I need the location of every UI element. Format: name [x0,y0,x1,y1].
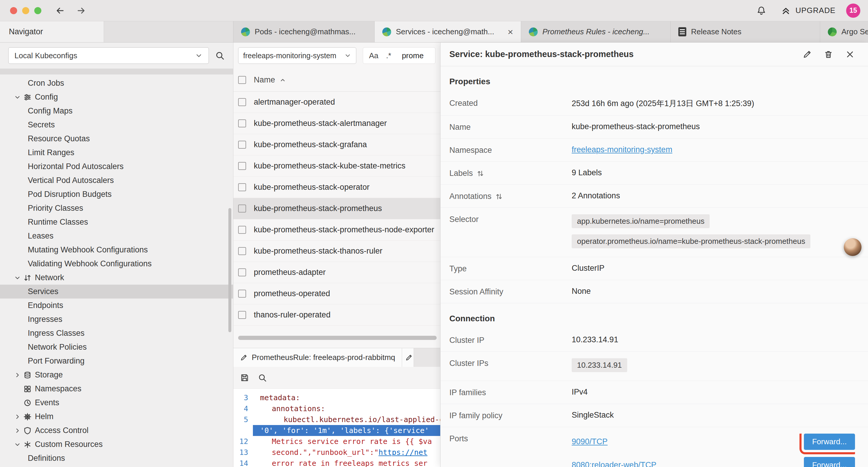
search-icon[interactable] [215,51,225,61]
tab-pods-icecheng-mathmas[interactable]: Pods - icecheng@mathmas... [234,21,375,42]
table-row-kube-prometheus-stack-operator[interactable]: kube-prometheus-stack-operator [234,177,440,198]
sidebar-item-custom-resources[interactable]: Custom Resources [0,437,233,451]
sidebar-item-namespaces[interactable]: Namespaces [0,382,233,396]
avatar[interactable] [844,238,862,256]
sidebar-item-services[interactable]: Services [0,285,233,298]
sidebar-scrollbar[interactable] [228,208,231,332]
sidebar-item-horizontal-pod-autoscalers[interactable]: Horizontal Pod Autoscalers [0,159,233,174]
notifications-bell-icon[interactable] [756,6,766,16]
sidebar-item-network[interactable]: Network [0,271,233,285]
tab-release-notes[interactable]: Release Notes [671,21,820,42]
navigator-tab[interactable]: Navigator [0,21,104,42]
sidebar-item-endpoints[interactable]: Endpoints [0,298,233,313]
yaml-editor[interactable]: 3metadata:4annotations:5kubectl.kubernet… [234,389,440,467]
editor-line[interactable]: '0', 'for': '1m', 'labels': {'service' [234,425,440,436]
sort-updown-icon[interactable] [495,193,503,200]
sidebar-item-secrets[interactable]: Secrets [0,118,233,132]
port-link[interactable]: 9090/TCP [572,437,608,446]
dock-tab-prometheusrule[interactable]: PrometheusRule: freeleaps-prod-rabbitmq [234,348,402,367]
sidebar-item-definitions[interactable]: Definitions [0,451,233,465]
sidebar-item-limit-ranges[interactable]: Limit Ranges [0,146,233,159]
row-checkbox[interactable] [238,268,246,276]
sort-ascending-icon[interactable] [279,77,286,84]
chevron-down-icon[interactable] [12,441,23,448]
table-row-prometheus-operated[interactable]: prometheus-operated [234,283,440,304]
search-input[interactable]: Aa .* prome [363,47,435,64]
regex-toggle[interactable]: .* [386,51,391,60]
sidebar-item-events[interactable]: Events [0,396,233,410]
forward-nav-button[interactable] [76,6,86,16]
tab-argo-se[interactable]: Argo Se [820,21,868,42]
sidebar-item-leases[interactable]: Leases [0,229,233,243]
maximize-window-button[interactable] [34,7,41,14]
sidebar-item-config-maps[interactable]: Config Maps [0,104,233,118]
sidebar-item-helm[interactable]: Helm [0,410,233,424]
dock-tab-partial[interactable] [402,348,414,367]
editor-search-icon[interactable] [258,373,267,382]
detail-label[interactable]: Labels [450,168,572,178]
editor-line[interactable]: 14error rate in freeleaps metrics ser [234,458,440,467]
save-icon[interactable] [240,373,249,382]
table-row-kube-prometheus-stack-prometheus-node-exporter[interactable]: kube-prometheus-stack-prometheus-node-ex… [234,219,440,241]
chevron-right-icon[interactable] [12,372,23,379]
chevron-down-icon[interactable] [12,94,23,101]
delete-trash-icon[interactable] [824,50,833,59]
sidebar-item-pod-disruption-budgets[interactable]: Pod Disruption Budgets [0,187,233,201]
close-window-button[interactable] [10,7,17,14]
horizontal-scrollbar[interactable] [238,336,437,340]
row-checkbox[interactable] [238,141,246,149]
sidebar-item-access-control[interactable]: Access Control [0,424,233,437]
chevron-right-icon[interactable] [12,413,23,420]
minimize-window-button[interactable] [22,7,29,14]
table-row-kube-prometheus-stack-grafana[interactable]: kube-prometheus-stack-grafana [234,134,440,155]
kubeconfig-select[interactable]: Local Kubeconfigs [8,47,209,64]
editor-line[interactable]: 13second.","runbook_url":"https://net [234,447,440,458]
sidebar-item-port-forwarding[interactable]: Port Forwarding [0,354,233,368]
table-row-prometheus-adapter[interactable]: prometheus-adapter [234,262,440,283]
back-button[interactable] [55,6,65,16]
sidebar-item-validating-webhook-configurations[interactable]: Validating Webhook Configurations [0,257,233,271]
sidebar-item-resource-quotas[interactable]: Resource Quotas [0,132,233,146]
sidebar-item-config[interactable]: Config [0,90,233,104]
sort-updown-icon[interactable] [476,170,484,177]
table-row-alertmanager-operated[interactable]: alertmanager-operated [234,92,440,113]
sidebar-item-network-policies[interactable]: Network Policies [0,340,233,354]
upgrade-button[interactable]: UPGRADE [780,5,836,16]
chevron-down-icon[interactable] [12,274,23,282]
editor-line[interactable]: 4annotations: [234,403,440,414]
table-row-kube-prometheus-stack-thanos-ruler[interactable]: kube-prometheus-stack-thanos-ruler [234,241,440,262]
column-header-name[interactable]: Name [254,76,275,85]
detail-label[interactable]: Annotations [450,191,572,201]
notification-count-badge[interactable]: 15 [846,4,860,18]
row-checkbox[interactable] [238,183,246,191]
sidebar-item-priority-classes[interactable]: Priority Classes [0,201,233,215]
sidebar-item-runtime-classes[interactable]: Runtime Classes [0,215,233,229]
chevron-right-icon[interactable] [12,427,23,434]
sidebar-item-ingresses[interactable]: Ingresses [0,313,233,326]
row-checkbox[interactable] [238,247,246,255]
sidebar-item-ingress-classes[interactable]: Ingress Classes [0,326,233,340]
row-checkbox[interactable] [238,226,246,234]
close-icon[interactable]: × [507,27,513,37]
sidebar-item-storage[interactable]: Storage [0,368,233,382]
tab-prometheus-rules-icecheng[interactable]: Prometheus Rules - icecheng... [521,21,671,42]
table-row-kube-prometheus-stack-kube-state-metrics[interactable]: kube-prometheus-stack-kube-state-metrics [234,155,440,177]
row-checkbox[interactable] [238,205,246,212]
editor-line[interactable]: 3metadata: [234,392,440,403]
editor-line[interactable]: 12Metrics service error rate is {{ $va [234,436,440,447]
port-link[interactable]: 8080:reloader-web/TCP [572,461,656,467]
row-checkbox[interactable] [238,162,246,170]
table-row-kube-prometheus-stack-prometheus[interactable]: kube-prometheus-stack-prometheus [234,198,440,219]
forward-button[interactable]: Forward... [804,434,855,450]
edit-pencil-icon[interactable] [802,50,812,59]
namespace-link[interactable]: freeleaps-monitoring-system [572,145,673,154]
select-all-checkbox[interactable] [238,76,246,84]
close-icon[interactable] [845,49,855,59]
tab-services-icecheng-math[interactable]: Services - icecheng@math...× [375,21,521,42]
sidebar-item-vertical-pod-autoscalers[interactable]: Vertical Pod Autoscalers [0,174,233,187]
row-checkbox[interactable] [238,119,246,127]
table-row-kube-prometheus-stack-alertmanager[interactable]: kube-prometheus-stack-alertmanager [234,113,440,134]
row-checkbox[interactable] [238,311,246,319]
editor-line[interactable]: 5kubectl.kubernetes.io/last-applied-co [234,414,440,425]
match-case-toggle[interactable]: Aa [369,51,378,60]
